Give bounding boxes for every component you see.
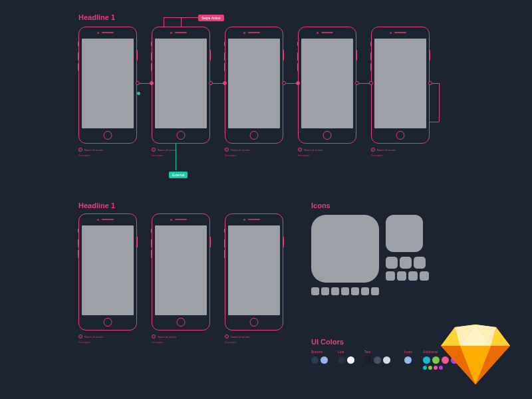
color-swatch xyxy=(321,356,328,364)
phone-frame xyxy=(225,213,283,331)
info-icon: i xyxy=(298,148,302,152)
app-icon-small xyxy=(386,257,398,269)
flow-connector xyxy=(439,83,440,122)
color-swatch xyxy=(434,366,438,370)
app-icon-tiny xyxy=(408,271,418,281)
phone-frame xyxy=(225,27,283,144)
swatch-group-buttons: Buttons xyxy=(311,350,328,364)
home-button-icon xyxy=(396,131,405,140)
app-icon-tiny xyxy=(420,271,429,281)
screen-placeholder xyxy=(155,225,207,315)
action-pill: Swipe Action xyxy=(198,15,224,21)
info-icon: i xyxy=(371,148,375,152)
screen-placeholder xyxy=(374,39,426,128)
app-icon-tiny xyxy=(351,287,359,295)
app-icon-tiny xyxy=(341,287,349,295)
screen-caption: iName of screenDescription xyxy=(298,148,323,157)
info-icon: i xyxy=(225,334,229,338)
swatch-group-text: Text xyxy=(364,350,390,364)
flow-node xyxy=(150,81,154,85)
app-icon-medium xyxy=(386,215,423,252)
flow-node xyxy=(223,81,227,85)
screen-caption: iName of screenDescription xyxy=(225,148,249,157)
app-icon-tiny xyxy=(321,287,329,295)
flow-connector xyxy=(181,17,182,27)
screen-caption: iName of screenDescription xyxy=(78,148,103,157)
swatch-group-line: Line xyxy=(338,350,354,364)
home-button-icon xyxy=(104,131,112,140)
screen-placeholder xyxy=(155,39,207,128)
headline-row-1: Headline 1 xyxy=(78,13,115,21)
home-button-icon xyxy=(250,318,259,327)
app-icon-tiny xyxy=(386,271,395,281)
screen-caption: iName of screenDescription xyxy=(152,148,176,157)
phone-frame xyxy=(152,27,210,144)
flow-node xyxy=(209,81,213,85)
info-icon: i xyxy=(78,148,82,152)
app-icon-small xyxy=(414,257,426,269)
flow-node xyxy=(428,81,432,85)
screen-caption: iName of screenDescription xyxy=(152,334,176,344)
screen-placeholder xyxy=(228,225,280,315)
flow-connector-teal xyxy=(176,144,176,170)
app-icon-small xyxy=(400,257,412,269)
external-pill: External xyxy=(169,172,188,178)
screen-caption: iName of screenDescription xyxy=(371,148,396,157)
wireframe-canvas: Headline 1 Headline 1 Icons UI Colors iN… xyxy=(0,0,532,399)
flow-node xyxy=(136,81,140,85)
info-icon: i xyxy=(225,148,229,152)
screen-placeholder xyxy=(82,225,134,315)
app-icon-tiny xyxy=(361,287,369,295)
screen-caption: iName of screenDescription xyxy=(78,334,103,344)
color-swatch xyxy=(364,356,372,364)
phone-frame xyxy=(152,213,210,331)
app-icon-tiny xyxy=(397,271,406,281)
home-button-icon xyxy=(177,131,186,140)
phone-frame xyxy=(78,213,137,331)
swatch-group-icons: Icons xyxy=(404,350,412,364)
color-swatch xyxy=(423,366,427,370)
app-icon-tiny xyxy=(371,287,379,295)
color-swatch xyxy=(423,356,430,364)
headline-icons: Icons xyxy=(311,201,331,209)
app-icon-tiny xyxy=(311,287,319,295)
color-swatch xyxy=(338,356,345,364)
app-icon-tiny xyxy=(331,287,339,295)
color-swatch xyxy=(311,356,319,364)
phone-frame xyxy=(78,27,137,144)
info-icon: i xyxy=(78,334,82,338)
headline-row-2: Headline 1 xyxy=(78,201,115,209)
flow-node-teal xyxy=(137,92,140,95)
screen-placeholder xyxy=(228,39,280,128)
home-button-icon xyxy=(104,318,112,327)
flow-node xyxy=(369,81,373,85)
color-swatch xyxy=(374,356,381,364)
color-swatch xyxy=(428,366,432,370)
flow-node xyxy=(355,81,359,85)
color-swatch xyxy=(404,356,412,364)
phone-frame xyxy=(298,27,356,144)
flow-connector xyxy=(430,122,439,122)
sketch-logo-icon xyxy=(439,321,512,387)
flow-connector xyxy=(164,17,164,27)
flow-connector xyxy=(164,17,198,18)
info-icon: i xyxy=(152,334,156,338)
info-icon: i xyxy=(152,148,156,152)
screen-placeholder xyxy=(301,39,353,128)
screen-placeholder xyxy=(82,39,134,128)
home-button-icon xyxy=(177,318,186,327)
headline-colors: UI Colors xyxy=(311,338,344,346)
phone-frame xyxy=(371,27,430,144)
flow-node xyxy=(296,81,300,85)
screen-caption: iName of screenDescription xyxy=(225,334,249,344)
home-button-icon xyxy=(323,131,332,140)
flow-node xyxy=(282,81,286,85)
color-swatch xyxy=(383,356,390,364)
color-swatch xyxy=(347,356,354,364)
app-icon-large xyxy=(311,215,379,283)
home-button-icon xyxy=(250,131,259,140)
